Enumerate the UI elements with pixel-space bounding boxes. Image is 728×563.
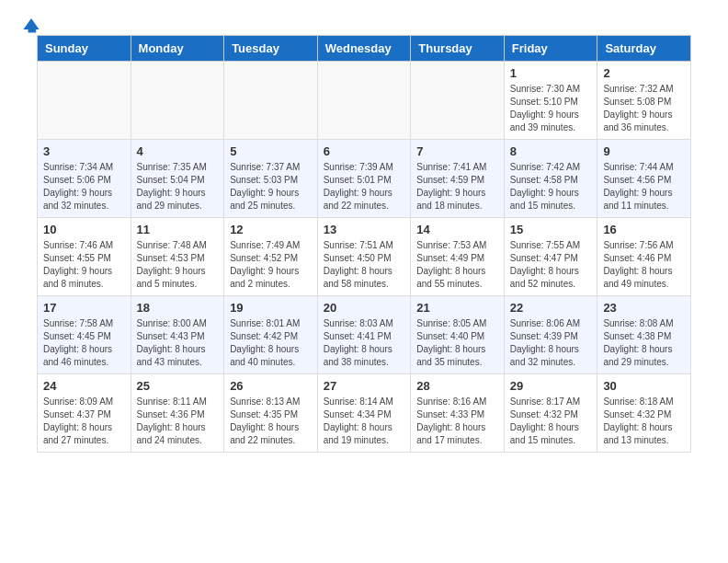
day-info: Sunrise: 8:03 AMSunset: 4:41 PMDaylight:… (324, 317, 405, 369)
day-number: 1 (510, 66, 592, 80)
calendar-cell: 12Sunrise: 7:49 AMSunset: 4:52 PMDayligh… (224, 218, 318, 296)
calendar-cell: 22Sunrise: 8:06 AMSunset: 4:39 PMDayligh… (504, 296, 597, 374)
day-number: 6 (324, 144, 405, 158)
calendar-cell: 29Sunrise: 8:17 AMSunset: 4:32 PMDayligh… (504, 374, 597, 453)
calendar-day-header: Thursday (411, 36, 505, 62)
day-number: 29 (510, 379, 592, 393)
calendar-cell: 4Sunrise: 7:35 AMSunset: 5:04 PMDaylight… (131, 140, 224, 218)
day-number: 16 (603, 223, 685, 236)
day-number: 21 (416, 301, 498, 315)
day-info: Sunrise: 7:56 AMSunset: 4:46 PMDaylight:… (603, 239, 685, 291)
day-number: 15 (510, 223, 592, 236)
calendar-header-row: SundayMondayTuesdayWednesdayThursdayFrid… (38, 36, 691, 62)
calendar-cell: 24Sunrise: 8:09 AMSunset: 4:37 PMDayligh… (38, 374, 131, 453)
calendar-day-header: Saturday (597, 36, 691, 62)
calendar-cell: 10Sunrise: 7:46 AMSunset: 4:55 PMDayligh… (38, 218, 131, 296)
day-info: Sunrise: 8:06 AMSunset: 4:39 PMDaylight:… (510, 317, 592, 369)
calendar-cell: 11Sunrise: 7:48 AMSunset: 4:53 PMDayligh… (131, 218, 224, 296)
day-number: 24 (43, 379, 125, 393)
day-info: Sunrise: 8:05 AMSunset: 4:40 PMDaylight:… (416, 317, 498, 369)
day-info: Sunrise: 8:00 AMSunset: 4:43 PMDaylight:… (137, 317, 219, 369)
calendar-week-row: 24Sunrise: 8:09 AMSunset: 4:37 PMDayligh… (38, 374, 691, 453)
calendar-week-row: 10Sunrise: 7:46 AMSunset: 4:55 PMDayligh… (38, 218, 691, 296)
calendar-cell: 14Sunrise: 7:53 AMSunset: 4:49 PMDayligh… (411, 218, 505, 296)
day-info: Sunrise: 7:46 AMSunset: 4:55 PMDaylight:… (43, 239, 125, 291)
day-info: Sunrise: 7:32 AMSunset: 5:08 PMDaylight:… (603, 83, 685, 134)
calendar-week-row: 3Sunrise: 7:34 AMSunset: 5:06 PMDaylight… (38, 140, 691, 218)
calendar-cell: 9Sunrise: 7:44 AMSunset: 4:56 PMDaylight… (597, 140, 691, 218)
day-number: 26 (230, 379, 312, 393)
calendar-table: SundayMondayTuesdayWednesdayThursdayFrid… (37, 35, 691, 453)
logo-icon (20, 15, 42, 33)
calendar-cell: 5Sunrise: 7:37 AMSunset: 5:03 PMDaylight… (224, 140, 318, 218)
day-info: Sunrise: 7:44 AMSunset: 4:56 PMDaylight:… (603, 161, 685, 213)
calendar-cell: 28Sunrise: 8:16 AMSunset: 4:33 PMDayligh… (411, 374, 505, 453)
calendar-cell: 19Sunrise: 8:01 AMSunset: 4:42 PMDayligh… (224, 296, 318, 374)
day-number: 23 (603, 301, 685, 315)
day-number: 2 (603, 66, 685, 80)
day-number: 12 (230, 223, 312, 236)
day-info: Sunrise: 7:41 AMSunset: 4:59 PMDaylight:… (416, 161, 498, 213)
day-info: Sunrise: 8:14 AMSunset: 4:34 PMDaylight:… (324, 396, 405, 447)
day-number: 8 (510, 144, 592, 158)
calendar-cell (131, 62, 224, 140)
day-number: 3 (43, 144, 125, 158)
day-number: 13 (324, 223, 405, 236)
day-info: Sunrise: 7:34 AMSunset: 5:06 PMDaylight:… (43, 161, 125, 213)
calendar-cell (38, 62, 131, 140)
day-info: Sunrise: 7:48 AMSunset: 4:53 PMDaylight:… (137, 239, 219, 291)
day-number: 28 (416, 379, 498, 393)
calendar-cell: 25Sunrise: 8:11 AMSunset: 4:36 PMDayligh… (131, 374, 224, 453)
day-number: 5 (230, 144, 312, 158)
day-info: Sunrise: 7:51 AMSunset: 4:50 PMDaylight:… (324, 239, 405, 291)
calendar-cell: 13Sunrise: 7:51 AMSunset: 4:50 PMDayligh… (317, 218, 411, 296)
calendar-cell: 16Sunrise: 7:56 AMSunset: 4:46 PMDayligh… (597, 218, 691, 296)
calendar-cell: 21Sunrise: 8:05 AMSunset: 4:40 PMDayligh… (411, 296, 505, 374)
day-info: Sunrise: 7:49 AMSunset: 4:52 PMDaylight:… (230, 239, 312, 291)
calendar-cell: 30Sunrise: 8:18 AMSunset: 4:32 PMDayligh… (597, 374, 691, 453)
day-number: 10 (43, 223, 125, 236)
calendar-wrapper: SundayMondayTuesdayWednesdayThursdayFrid… (0, 35, 728, 467)
day-number: 7 (416, 144, 498, 158)
calendar-day-header: Monday (131, 36, 224, 62)
calendar-cell: 18Sunrise: 8:00 AMSunset: 4:43 PMDayligh… (131, 296, 224, 374)
day-number: 17 (43, 301, 125, 315)
calendar-cell: 15Sunrise: 7:55 AMSunset: 4:47 PMDayligh… (504, 218, 597, 296)
calendar-cell: 17Sunrise: 7:58 AMSunset: 4:45 PMDayligh… (38, 296, 131, 374)
day-info: Sunrise: 7:35 AMSunset: 5:04 PMDaylight:… (137, 161, 219, 213)
calendar-cell: 8Sunrise: 7:42 AMSunset: 4:58 PMDaylight… (504, 140, 597, 218)
day-info: Sunrise: 8:17 AMSunset: 4:32 PMDaylight:… (510, 396, 592, 447)
logo (18, 15, 42, 28)
calendar-week-row: 1Sunrise: 7:30 AMSunset: 5:10 PMDaylight… (38, 62, 691, 140)
calendar-day-header: Friday (504, 36, 597, 62)
calendar-cell: 27Sunrise: 8:14 AMSunset: 4:34 PMDayligh… (317, 374, 411, 453)
day-info: Sunrise: 8:11 AMSunset: 4:36 PMDaylight:… (137, 396, 219, 447)
day-info: Sunrise: 7:58 AMSunset: 4:45 PMDaylight:… (43, 317, 125, 369)
header (0, 0, 728, 35)
day-info: Sunrise: 7:55 AMSunset: 4:47 PMDaylight:… (510, 239, 592, 291)
day-number: 11 (137, 223, 219, 236)
day-number: 9 (603, 144, 685, 158)
day-number: 19 (230, 301, 312, 315)
day-number: 30 (603, 379, 685, 393)
calendar-day-header: Sunday (38, 36, 131, 62)
day-info: Sunrise: 8:13 AMSunset: 4:35 PMDaylight:… (230, 396, 312, 447)
calendar-week-row: 17Sunrise: 7:58 AMSunset: 4:45 PMDayligh… (38, 296, 691, 374)
day-number: 25 (137, 379, 219, 393)
day-number: 14 (416, 223, 498, 236)
day-number: 20 (324, 301, 405, 315)
calendar-cell: 6Sunrise: 7:39 AMSunset: 5:01 PMDaylight… (317, 140, 411, 218)
calendar-cell (411, 62, 505, 140)
day-info: Sunrise: 7:39 AMSunset: 5:01 PMDaylight:… (324, 161, 405, 213)
day-number: 4 (137, 144, 219, 158)
day-info: Sunrise: 7:30 AMSunset: 5:10 PMDaylight:… (510, 83, 592, 134)
day-info: Sunrise: 8:18 AMSunset: 4:32 PMDaylight:… (603, 396, 685, 447)
day-info: Sunrise: 8:16 AMSunset: 4:33 PMDaylight:… (416, 396, 498, 447)
calendar-day-header: Wednesday (317, 36, 411, 62)
calendar-cell (317, 62, 411, 140)
day-info: Sunrise: 7:42 AMSunset: 4:58 PMDaylight:… (510, 161, 592, 213)
calendar-cell: 3Sunrise: 7:34 AMSunset: 5:06 PMDaylight… (38, 140, 131, 218)
day-info: Sunrise: 7:53 AMSunset: 4:49 PMDaylight:… (416, 239, 498, 291)
day-number: 27 (324, 379, 405, 393)
calendar-cell: 26Sunrise: 8:13 AMSunset: 4:35 PMDayligh… (224, 374, 318, 453)
